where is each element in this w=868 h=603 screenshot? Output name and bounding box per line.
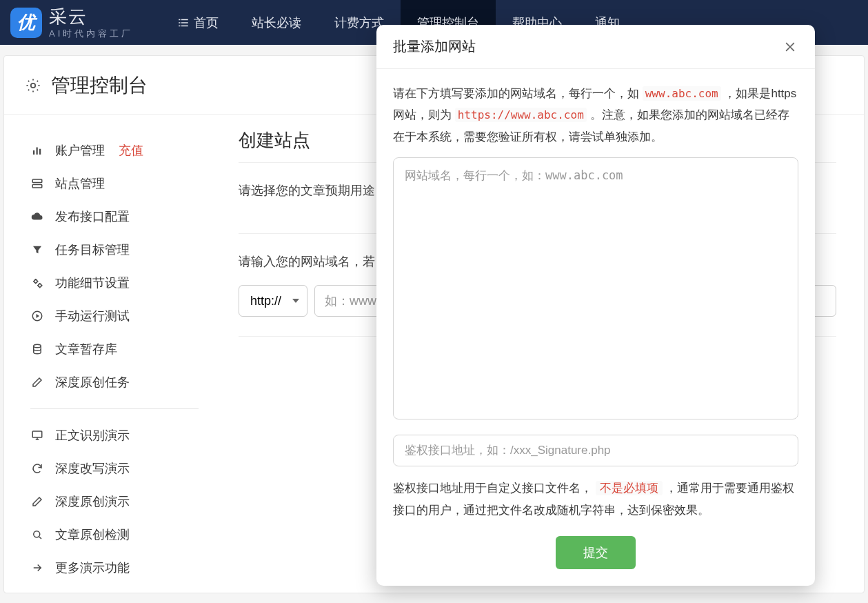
modal-desc-text: 请在下方填写要添加的网站域名，每行一个，如	[393, 87, 643, 100]
not-required-badge: 不是必填项	[596, 481, 663, 495]
modal-body: 请在下方填写要添加的网站域名，每行一个，如 www.abc.com ，如果是ht…	[376, 69, 815, 586]
auth-description: 鉴权接口地址用于自定义接口文件名， 不是必填项 ，通常用于需要通用鉴权接口的用户…	[393, 477, 798, 521]
auth-url-input[interactable]	[393, 435, 798, 466]
submit-button[interactable]: 提交	[556, 536, 636, 569]
modal-actions: 提交	[393, 536, 798, 569]
bulk-add-modal: 批量添加网站 请在下方填写要添加的网站域名，每行一个，如 www.abc.com…	[376, 25, 815, 586]
modal-code-example-2: https://www.abc.com	[455, 108, 587, 122]
domain-list-textarea[interactable]	[393, 157, 798, 419]
modal-backdrop: 批量添加网站 请在下方填写要添加的网站域名，每行一个，如 www.abc.com…	[0, 0, 868, 603]
modal-code-example-1: www.abc.com	[643, 86, 721, 101]
modal-header: 批量添加网站	[376, 25, 815, 69]
modal-title: 批量添加网站	[393, 37, 476, 56]
modal-description: 请在下方填写要添加的网站域名，每行一个，如 www.abc.com ，如果是ht…	[393, 83, 798, 148]
auth-desc-text: 鉴权接口地址用于自定义接口文件名，	[393, 482, 592, 495]
close-icon[interactable]	[782, 39, 798, 55]
